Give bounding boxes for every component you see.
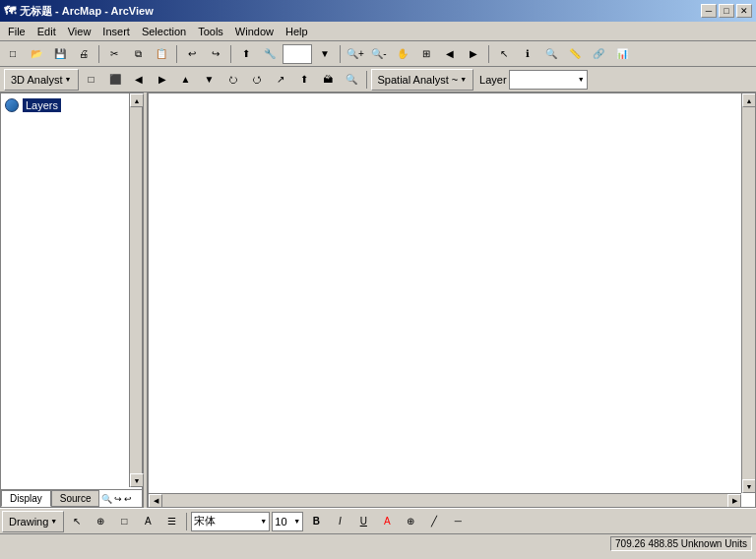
menu-edit[interactable]: Edit xyxy=(32,25,62,38)
bold-btn[interactable]: B xyxy=(305,511,327,532)
underline-btn[interactable]: U xyxy=(352,511,374,532)
up-button[interactable]: ⬆ xyxy=(235,43,257,65)
font-color-btn[interactable]: A xyxy=(376,511,398,532)
menu-help[interactable]: Help xyxy=(280,25,314,38)
redo-button[interactable]: ↪ xyxy=(205,43,226,65)
hyperlink-button[interactable]: 🔗 xyxy=(588,43,609,65)
separator-sa xyxy=(366,71,367,89)
layer-label: Layer xyxy=(479,74,507,86)
zoom-in-button[interactable]: 🔍+ xyxy=(345,43,366,65)
zoom-dropdown[interactable]: ▼ xyxy=(314,43,336,65)
tb4-btn10[interactable]: ⬆ xyxy=(293,69,315,91)
tb4-btn2[interactable]: ⬛ xyxy=(104,69,126,91)
analyst-toolbar: 3D Analyst ▼ □ ⬛ ◀ ▶ ▲ ▼ ⭮ ⭯ ↗ ⬆ 🏔 🔍 Spa… xyxy=(0,67,756,93)
toc-icon3[interactable]: ↩ xyxy=(124,494,132,504)
paste-button[interactable]: 📋 xyxy=(151,43,172,65)
measure-button[interactable]: 📏 xyxy=(564,43,586,65)
toc-scroll-up[interactable]: ▲ xyxy=(130,93,144,107)
title-bar-left: 🗺 无标题 - ArcMap - ArcView xyxy=(4,4,154,19)
3d-analyst-label: 3D Analyst xyxy=(11,74,63,86)
3d-analyst-button[interactable]: 3D Analyst ▼ xyxy=(4,69,79,91)
pan-button[interactable]: ✋ xyxy=(392,43,413,65)
tb4-btn7[interactable]: ⭮ xyxy=(222,69,244,91)
identify-button[interactable]: ℹ xyxy=(517,43,538,65)
app-icon: 🗺 xyxy=(4,4,16,18)
maximize-button[interactable]: □ xyxy=(719,4,734,18)
toc-bottom-icons: 🔍 ↪ ↩ xyxy=(101,490,132,507)
menu-selection[interactable]: Selection xyxy=(136,25,192,38)
cut-button[interactable]: ✂ xyxy=(103,43,125,65)
find-button[interactable]: 🔍 xyxy=(540,43,562,65)
line-color-btn[interactable]: ╱ xyxy=(423,511,445,532)
close-button[interactable]: ✕ xyxy=(736,4,752,18)
spatial-analyst-button[interactable]: Spatial Analyst ~ ▼ xyxy=(371,69,474,91)
status-coords: 709.26 488.85 Unknown Units xyxy=(610,536,752,551)
layers-globe-icon xyxy=(5,98,19,112)
full-extent-button[interactable]: ⊞ xyxy=(415,43,437,65)
map-scroll-left[interactable]: ◀ xyxy=(149,494,162,508)
draw-rect-btn[interactable]: □ xyxy=(113,511,135,532)
map-scroll-down[interactable]: ▼ xyxy=(742,479,756,493)
tb4-btn9[interactable]: ↗ xyxy=(270,69,291,91)
tools-button[interactable]: 🔧 xyxy=(259,43,281,65)
drawing-toolbar: Drawing ▼ ↖ ⊕ □ A ☰ 宋体 ▼ 10 ▼ B I U A ⊕ … xyxy=(0,508,756,533)
separator-2 xyxy=(176,45,177,63)
print-button[interactable]: 🖨 xyxy=(73,43,94,65)
layers-item[interactable]: Layers xyxy=(5,97,138,113)
tb4-btn6[interactable]: ▼ xyxy=(199,69,220,91)
toc-scroll-down[interactable]: ▼ xyxy=(130,473,144,487)
menu-insert[interactable]: Insert xyxy=(96,25,136,38)
separator-3 xyxy=(230,45,231,63)
line-width-btn[interactable]: ─ xyxy=(447,511,469,532)
tb4-btn12[interactable]: 🔍 xyxy=(341,69,362,91)
drawing-label: Drawing xyxy=(9,516,48,528)
open-button[interactable]: 📂 xyxy=(26,43,47,65)
minimize-button[interactable]: ─ xyxy=(701,4,717,18)
copy-button[interactable]: ⧉ xyxy=(127,43,149,65)
source-tab[interactable]: Source xyxy=(51,490,100,507)
draw-select-btn[interactable]: ↖ xyxy=(66,511,88,532)
select-button[interactable]: ↖ xyxy=(493,43,515,65)
window-title: 无标题 - ArcMap - ArcView xyxy=(20,4,154,19)
draw-polygon-btn[interactable]: ⊕ xyxy=(90,511,111,532)
scale-input[interactable] xyxy=(283,44,312,64)
separator-draw xyxy=(186,513,187,530)
font-size-combo[interactable]: 10 ▼ xyxy=(272,512,303,531)
draw-list-btn[interactable]: ☰ xyxy=(160,511,182,532)
tb4-btn4[interactable]: ▶ xyxy=(152,69,173,91)
tb4-btn5[interactable]: ▲ xyxy=(175,69,197,91)
menu-view[interactable]: View xyxy=(62,25,97,38)
font-combo[interactable]: 宋体 ▼ xyxy=(191,512,270,531)
main-toolbar: □ 📂 💾 🖨 ✂ ⧉ 📋 ↩ ↪ ⬆ 🔧 ▼ 🔍+ 🔍- ✋ ⊞ ◀ ▶ ↖ … xyxy=(0,41,756,67)
new-button[interactable]: □ xyxy=(2,43,24,65)
prev-extent-button[interactable]: ◀ xyxy=(439,43,461,65)
tb4-btn1[interactable]: □ xyxy=(81,69,102,91)
map-scroll-right[interactable]: ▶ xyxy=(727,494,741,508)
next-extent-button[interactable]: ▶ xyxy=(463,43,484,65)
save-button[interactable]: 💾 xyxy=(49,43,71,65)
tb4-btn8[interactable]: ⭯ xyxy=(246,69,268,91)
fill-color-btn[interactable]: ⊕ xyxy=(400,511,421,532)
undo-button[interactable]: ↩ xyxy=(181,43,203,65)
menu-bar: File Edit View Insert Selection Tools Wi… xyxy=(0,22,756,41)
toc-icon2[interactable]: ↪ xyxy=(114,494,122,504)
tb4-btn11[interactable]: 🏔 xyxy=(317,69,339,91)
toc-tabs: Display Source 🔍 ↪ ↩ xyxy=(1,489,142,507)
graph-button[interactable]: 📊 xyxy=(611,43,633,65)
toc-icon1[interactable]: 🔍 xyxy=(101,494,112,504)
layer-input[interactable]: ▼ xyxy=(509,70,588,90)
title-bar-controls[interactable]: ─ □ ✕ xyxy=(701,4,752,18)
draw-text-btn[interactable]: A xyxy=(137,511,158,532)
status-bar: 709.26 488.85 Unknown Units xyxy=(0,533,756,553)
menu-file[interactable]: File xyxy=(2,25,32,38)
toc-scrollbar: ▲ ▼ xyxy=(129,93,142,487)
menu-tools[interactable]: Tools xyxy=(192,25,229,38)
tb4-btn3[interactable]: ◀ xyxy=(128,69,150,91)
drawing-dropdown[interactable]: Drawing ▼ xyxy=(2,511,64,532)
map-area[interactable]: ▲ ▼ ◀ ▶ xyxy=(148,93,756,508)
map-scroll-up[interactable]: ▲ xyxy=(742,93,756,107)
menu-window[interactable]: Window xyxy=(229,25,280,38)
display-tab[interactable]: Display xyxy=(1,490,51,507)
zoom-out-button[interactable]: 🔍- xyxy=(368,43,390,65)
italic-btn[interactable]: I xyxy=(329,511,350,532)
